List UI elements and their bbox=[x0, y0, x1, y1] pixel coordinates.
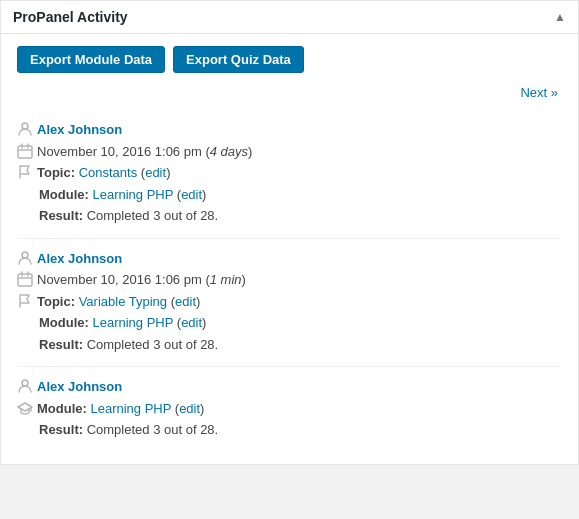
date-row: November 10, 2016 1:06 pm (4 days) bbox=[17, 142, 562, 162]
calendar-icon bbox=[17, 271, 33, 287]
result-value: Result: Completed 3 out of 28. bbox=[39, 206, 562, 226]
module-link[interactable]: Learning PHP bbox=[90, 401, 171, 416]
result-value: Result: Completed 3 out of 28. bbox=[39, 335, 562, 355]
module-value: Module: Learning PHP (edit) bbox=[37, 399, 562, 419]
activity-entry: Alex Johnson Module: Learning PHP (edit) bbox=[17, 367, 562, 452]
calendar-icon bbox=[17, 143, 33, 159]
topic-edit-link[interactable]: edit bbox=[175, 294, 196, 309]
module-value: Module: Learning PHP (edit) bbox=[39, 185, 562, 205]
topic-link[interactable]: Variable Typing bbox=[79, 294, 167, 309]
module-row: Module: Learning PHP (edit) bbox=[17, 313, 562, 333]
activity-entry: Alex Johnson November 10, 2016 1:06 pm (… bbox=[17, 239, 562, 368]
user-row: Alex Johnson bbox=[17, 120, 562, 140]
flag-icon bbox=[17, 293, 33, 309]
module-edit-link[interactable]: edit bbox=[181, 187, 202, 202]
result-row: Result: Completed 3 out of 28. bbox=[17, 420, 562, 440]
user-row: Alex Johnson bbox=[17, 249, 562, 269]
user-icon bbox=[17, 378, 33, 394]
module-edit-link[interactable]: edit bbox=[181, 315, 202, 330]
module-value: Module: Learning PHP (edit) bbox=[39, 313, 562, 333]
topic-edit-link[interactable]: edit bbox=[145, 165, 166, 180]
module-edit-link[interactable]: edit bbox=[179, 401, 200, 416]
svg-point-0 bbox=[22, 123, 28, 129]
propanel-activity-widget: ProPanel Activity ▲ Export Module Data E… bbox=[0, 0, 579, 465]
user-icon bbox=[17, 250, 33, 266]
user-link[interactable]: Alex Johnson bbox=[37, 122, 122, 137]
flag-icon bbox=[17, 164, 33, 180]
pagination-top: Next » bbox=[17, 85, 562, 100]
topic-row: Topic: Variable Typing (edit) bbox=[17, 292, 562, 312]
user-row: Alex Johnson bbox=[17, 377, 562, 397]
module-row: Module: Learning PHP (edit) bbox=[17, 399, 562, 419]
export-quiz-button[interactable]: Export Quiz Data bbox=[173, 46, 304, 73]
svg-rect-1 bbox=[18, 146, 32, 158]
result-row: Result: Completed 3 out of 28. bbox=[17, 335, 562, 355]
topic-value: Topic: Variable Typing (edit) bbox=[37, 292, 562, 312]
topic-value: Topic: Constants (edit) bbox=[37, 163, 562, 183]
user-name: Alex Johnson bbox=[37, 249, 562, 269]
next-page-link[interactable]: Next » bbox=[520, 85, 558, 100]
export-buttons: Export Module Data Export Quiz Data bbox=[17, 46, 562, 73]
collapse-icon[interactable]: ▲ bbox=[554, 10, 566, 24]
widget-header: ProPanel Activity ▲ bbox=[1, 1, 578, 34]
user-link[interactable]: Alex Johnson bbox=[37, 379, 122, 394]
export-module-button[interactable]: Export Module Data bbox=[17, 46, 165, 73]
widget-title: ProPanel Activity bbox=[13, 9, 128, 25]
topic-link[interactable]: Constants bbox=[79, 165, 138, 180]
widget-body: Export Module Data Export Quiz Data Next… bbox=[1, 34, 578, 464]
svg-point-2 bbox=[22, 252, 28, 258]
svg-point-4 bbox=[22, 380, 28, 386]
user-name: Alex Johnson bbox=[37, 120, 562, 140]
activity-entry: Alex Johnson November 10, 2016 1:06 pm (… bbox=[17, 110, 562, 239]
result-row: Result: Completed 3 out of 28. bbox=[17, 206, 562, 226]
svg-rect-3 bbox=[18, 274, 32, 286]
user-icon bbox=[17, 121, 33, 137]
date-value: November 10, 2016 1:06 pm (1 min) bbox=[37, 270, 562, 290]
user-name: Alex Johnson bbox=[37, 377, 562, 397]
activity-list: Alex Johnson November 10, 2016 1:06 pm (… bbox=[17, 110, 562, 452]
module-row: Module: Learning PHP (edit) bbox=[17, 185, 562, 205]
result-value: Result: Completed 3 out of 28. bbox=[39, 420, 562, 440]
date-value: November 10, 2016 1:06 pm (4 days) bbox=[37, 142, 562, 162]
module-link[interactable]: Learning PHP bbox=[92, 187, 173, 202]
topic-row: Topic: Constants (edit) bbox=[17, 163, 562, 183]
date-row: November 10, 2016 1:06 pm (1 min) bbox=[17, 270, 562, 290]
module-link[interactable]: Learning PHP bbox=[92, 315, 173, 330]
graduation-icon bbox=[17, 400, 33, 416]
user-link[interactable]: Alex Johnson bbox=[37, 251, 122, 266]
